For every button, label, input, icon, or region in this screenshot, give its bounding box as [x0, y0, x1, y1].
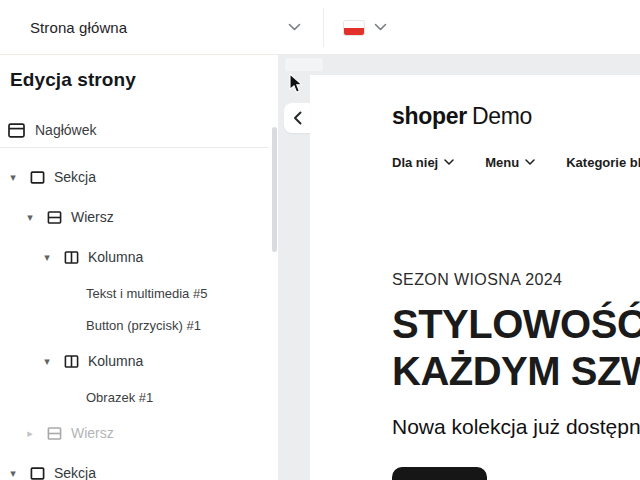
section-icon — [29, 465, 45, 480]
column-icon — [63, 353, 79, 369]
preview-scrollbar-horizontal[interactable] — [285, 58, 323, 71]
nav-item-label: Kategorie bloga — [566, 155, 640, 170]
sidebar-scrollbar[interactable] — [272, 127, 277, 252]
chevron-down-icon — [444, 159, 454, 166]
store-logo[interactable]: shoperDemo — [392, 103, 532, 130]
chevron-down-icon — [525, 159, 535, 166]
tree-item-label: Obrazek #1 — [86, 390, 153, 405]
preview-pane: shoperDemo Dla niej Menu Kategorie bloga… — [278, 55, 640, 480]
tree-item-label: Kolumna — [88, 249, 143, 265]
storefront-preview[interactable]: shoperDemo Dla niej Menu Kategorie bloga… — [310, 75, 640, 480]
hero-subheading: Nowa kolekcja już dostępna! — [392, 415, 640, 439]
page-selector-value: Strona główna — [30, 19, 127, 36]
layer-tree: ▾ Sekcja ▾ Wiersz ▾ Kolumna Tekst i mult… — [0, 157, 278, 480]
column-icon — [63, 249, 79, 265]
caret-icon[interactable]: ▾ — [40, 356, 54, 367]
sidebar-divider — [0, 147, 268, 148]
tree-item-button-przycisk-1[interactable]: Button (przycisk) #1 — [0, 309, 278, 341]
header-icon — [8, 123, 25, 138]
tree-item-label: Wiersz — [71, 425, 114, 441]
chevron-down-icon — [288, 23, 301, 32]
section-icon — [29, 169, 45, 185]
nav-item-menu[interactable]: Menu — [485, 155, 535, 170]
store-logo-suffix: Demo — [472, 103, 532, 129]
tree-item-label: Button (przycisk) #1 — [86, 318, 201, 333]
sidebar-title: Edycja strony — [10, 69, 136, 91]
tree-item-wiersz[interactable]: ▾ Wiersz — [0, 197, 278, 237]
nav-item-label: Dla niej — [392, 155, 438, 170]
caret-icon[interactable]: ▾ — [6, 172, 20, 183]
mouse-cursor — [289, 73, 303, 94]
chevron-down-icon — [374, 23, 387, 32]
tree-item-kolumna[interactable]: ▾ Kolumna — [0, 341, 278, 381]
tree-item-label: Sekcja — [54, 465, 96, 480]
caret-icon[interactable]: ▾ — [6, 468, 20, 479]
hero-heading-line2: KAŻDYM SZW — [392, 348, 640, 395]
tree-item-naglowek[interactable]: Nagłówek — [8, 115, 96, 145]
tree-item-wiersz[interactable]: ▸ Wiersz — [0, 413, 278, 453]
tree-item-tekst-i-multimedia-5[interactable]: Tekst i multimedia #5 — [0, 277, 278, 309]
nav-item-label: Menu — [485, 155, 519, 170]
store-logo-brand: shoper — [392, 103, 467, 129]
caret-icon[interactable]: ▸ — [23, 428, 37, 439]
chevron-left-icon — [293, 111, 302, 125]
hero-cta-button[interactable] — [392, 467, 487, 480]
page-selector-dropdown[interactable]: Strona główna — [0, 0, 323, 55]
tree-item-label: Nagłówek — [35, 122, 96, 138]
tree-item-label: Kolumna — [88, 353, 143, 369]
tree-item-obrazek-1[interactable]: Obrazek #1 — [0, 381, 278, 413]
topbar-divider — [323, 8, 324, 47]
row-icon — [46, 209, 62, 225]
language-selector-dropdown[interactable] — [336, 0, 396, 55]
tree-item-sekcja[interactable]: ▾ Sekcja — [0, 157, 278, 197]
row-icon — [46, 425, 62, 441]
page-builder-window: Strona główna Edycja strony — [0, 0, 640, 480]
tree-item-label: Wiersz — [71, 209, 114, 225]
tree-item-sekcja[interactable]: ▾ Sekcja — [0, 453, 278, 480]
tree-item-kolumna[interactable]: ▾ Kolumna — [0, 237, 278, 277]
tree-item-label: Sekcja — [54, 169, 96, 185]
caret-icon[interactable]: ▾ — [40, 252, 54, 263]
caret-icon[interactable]: ▾ — [23, 212, 37, 223]
nav-item-dla-niej[interactable]: Dla niej — [392, 155, 454, 170]
nav-item-kategorie-bloga[interactable]: Kategorie bloga — [566, 155, 640, 170]
topbar: Strona główna — [0, 0, 640, 55]
hero-heading: STYLOWOŚĆ KAŻDYM SZW — [392, 301, 640, 395]
tree-item-label: Tekst i multimedia #5 — [86, 286, 207, 301]
hero-eyebrow: SEZON WIOSNA 2024 — [392, 271, 562, 289]
poland-flag-icon — [344, 21, 364, 35]
store-nav: Dla niej Menu Kategorie bloga — [392, 155, 640, 170]
hero-heading-line1: STYLOWOŚĆ — [392, 301, 640, 348]
sidebar-collapse-button[interactable] — [284, 103, 310, 133]
page-structure-sidebar: Edycja strony Nagłówek ▾ Sekcja ▾ Wiersz… — [0, 55, 278, 480]
